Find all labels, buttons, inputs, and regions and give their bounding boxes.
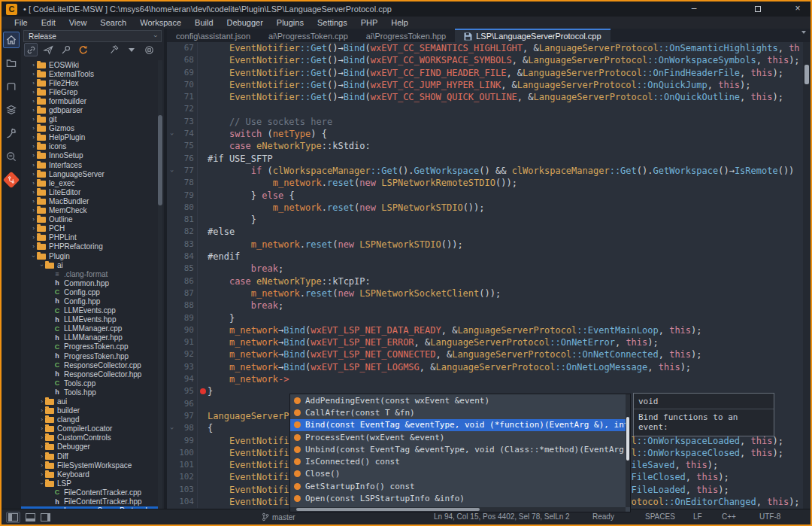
build-config-dropdown[interactable]: Release › xyxy=(23,30,162,42)
tree-item-languageserver[interactable]: ›LanguageServer xyxy=(21,169,158,178)
editor-vscrollbar[interactable] xyxy=(803,42,810,509)
chevron-collapsed-icon[interactable]: › xyxy=(38,462,45,469)
chevron-expanded-icon[interactable]: › xyxy=(30,253,37,260)
tree-item-le_exec[interactable]: ›le_exec xyxy=(21,178,158,187)
code-line[interactable]: 73 // Use sockets here xyxy=(167,116,803,128)
breakpoint-margin[interactable] xyxy=(197,190,208,202)
breakpoint-margin[interactable] xyxy=(197,140,208,152)
autocomplete-item[interactable]: Open(const LSPStartupInfo &info) xyxy=(290,492,630,504)
tree-item-externaltools[interactable]: ›ExternalTools xyxy=(21,69,158,78)
menu-item-view[interactable]: View xyxy=(62,18,94,27)
tree-item-macbundler[interactable]: ›MacBundler xyxy=(21,196,158,205)
chevron-collapsed-icon[interactable]: › xyxy=(38,425,45,432)
code-line[interactable]: 75 case eNetworkType::kStdio: xyxy=(167,140,803,152)
plug-icon[interactable] xyxy=(3,125,20,141)
toggle-sidebar-icon[interactable] xyxy=(6,512,20,523)
tree-item-llmmanager.hpp[interactable]: hLLMManager.hpp xyxy=(21,333,158,342)
breakpoint-margin[interactable] xyxy=(197,410,208,422)
tree-item-filecontenttracker.cpp[interactable]: CFileContentTracker.cpp xyxy=(21,488,158,497)
tree-item-responsecollector.hpp[interactable]: hResponseCollector.hpp xyxy=(21,369,158,379)
breakpoint-margin[interactable] xyxy=(197,287,208,299)
menu-item-file[interactable]: File xyxy=(8,18,35,27)
code-line[interactable]: ›74 switch (netType) { xyxy=(167,128,803,140)
autocomplete-item[interactable]: ProcessEvent(wxEvent &event) xyxy=(290,431,630,443)
breakpoint-margin[interactable] xyxy=(197,165,208,177)
breakpoint-margin[interactable] xyxy=(197,435,208,447)
tree-item-common.hpp[interactable]: hCommon.hpp xyxy=(21,278,158,287)
menu-item-settings[interactable]: Settings xyxy=(311,18,354,27)
chevron-collapsed-icon[interactable]: › xyxy=(30,143,37,150)
tree-item-llmevents.hpp[interactable]: hLLMEvents.hpp xyxy=(21,315,158,324)
code-line[interactable]: 68 EventNotifier::Get()→Bind(wxEVT_CC_WO… xyxy=(167,54,803,66)
folder-icon[interactable] xyxy=(3,55,20,71)
autocomplete-item[interactable]: GetStartupInfo() const xyxy=(290,480,630,492)
tree-item-git[interactable]: ›git xyxy=(21,115,158,124)
minimize-icon[interactable]: – xyxy=(683,2,705,17)
chevron-collapsed-icon[interactable]: › xyxy=(30,180,37,187)
breakpoint-margin[interactable] xyxy=(197,422,208,434)
link-editor-icon[interactable] xyxy=(24,43,38,56)
tree-item-config.cpp[interactable]: CConfig.cpp xyxy=(21,287,158,296)
autocomplete-item[interactable]: IsConnected() const xyxy=(290,455,630,467)
autocomplete-item[interactable]: AddPendingEvent(const wxEvent &event) xyxy=(290,394,630,406)
home-icon[interactable] xyxy=(3,32,20,48)
breakpoint-margin[interactable] xyxy=(197,91,208,103)
breakpoint-margin[interactable] xyxy=(197,226,208,238)
autocomplete-item[interactable]: Unbind(const EventTag &eventType, void (… xyxy=(290,443,630,455)
code-line[interactable]: 84#endif xyxy=(167,251,803,263)
code-line[interactable]: 93 m_network→Bind(wxEVT_LSP_NET_LOGMSG, … xyxy=(167,361,803,373)
cursor-position[interactable]: Ln 94, Col 15, Pos 4402, Sel 78, SelLn 2 xyxy=(434,512,570,521)
breakpoint-margin[interactable] xyxy=(197,361,208,373)
breakpoint-margin[interactable] xyxy=(197,214,208,226)
tree-item-builder[interactable]: ›builder xyxy=(21,406,158,415)
code-line[interactable]: 81 } xyxy=(167,214,803,226)
code-line[interactable]: 90 m_network→Bind(wxEVT_LSP_NET_DATA_REA… xyxy=(167,324,803,336)
breakpoint-margin[interactable] xyxy=(197,251,208,263)
breakpoint-margin[interactable] xyxy=(197,239,208,251)
tree-item-tools.hpp[interactable]: hTools.hpp xyxy=(21,388,158,397)
tree-item-config.hpp[interactable]: hConfig.hpp xyxy=(21,296,158,306)
chevron-collapsed-icon[interactable]: › xyxy=(30,107,37,114)
breakpoint-icon[interactable] xyxy=(197,385,208,397)
code-line[interactable]: 80 m_network.reset(new LSPNetworkSTDIO()… xyxy=(167,202,803,214)
autocomplete-item[interactable]: Bind(const EventTag &eventType, void (*f… xyxy=(290,419,630,431)
menu-item-search[interactable]: Search xyxy=(93,18,133,27)
code-line[interactable]: 83 m_network.reset(new LSPNetworkSTDIO()… xyxy=(167,239,803,251)
tree-item-plugin[interactable]: ›Plugin xyxy=(21,251,158,260)
tree-item-lsp[interactable]: ›LSP xyxy=(21,479,158,488)
breakpoint-margin[interactable] xyxy=(197,54,208,66)
eol-mode[interactable]: LF xyxy=(693,512,702,521)
code-line[interactable]: 86 case eNetworkType::kTcpIP: xyxy=(167,275,803,287)
hammer-icon[interactable] xyxy=(108,43,121,56)
autocomplete-item[interactable]: CallAfter(const T &fn) xyxy=(290,406,630,418)
tree-item-progresstoken.cpp[interactable]: CProgressToken.cpp xyxy=(21,342,158,351)
tab-progresstoken.cpp[interactable]: ai\ProgressToken.cpp xyxy=(259,29,357,42)
chevron-collapsed-icon[interactable]: › xyxy=(30,162,37,169)
wrench-icon[interactable] xyxy=(59,43,72,56)
menu-item-edit[interactable]: Edit xyxy=(35,18,62,27)
tree-item-responsecollector.cpp[interactable]: CResponseCollector.cpp xyxy=(21,360,158,369)
chevron-expanded-icon[interactable]: › xyxy=(38,262,45,269)
code-line[interactable]: 94 m_network-> xyxy=(167,373,803,385)
menu-item-build[interactable]: Build xyxy=(188,18,220,27)
language-mode[interactable]: C++ xyxy=(722,512,736,521)
build-dropdown-arrow-icon[interactable] xyxy=(125,43,138,56)
chevron-collapsed-icon[interactable]: › xyxy=(30,152,37,159)
popup-vscrollbar-thumb[interactable] xyxy=(626,417,629,461)
tree-item-pch[interactable]: ›PCH xyxy=(21,224,158,233)
tree-item-llmevents.cpp[interactable]: CLLMEvents.cpp xyxy=(21,306,158,315)
chevron-collapsed-icon[interactable]: › xyxy=(30,134,37,141)
popup-vscrollbar[interactable] xyxy=(626,394,630,507)
breakpoint-margin[interactable] xyxy=(197,275,208,287)
breakpoint-margin[interactable] xyxy=(197,116,208,128)
code-line[interactable]: 67 EventNotifier::Get()→Bind(wxEVT_CC_SE… xyxy=(167,42,803,54)
tree-item-innosetup[interactable]: ›InnoSetup xyxy=(21,151,158,160)
chevron-collapsed-icon[interactable]: › xyxy=(30,216,37,223)
editor-vscrollbar-thumb[interactable] xyxy=(804,65,809,84)
stop-icon[interactable] xyxy=(142,43,156,56)
tree-item-diff[interactable]: ›Diff xyxy=(21,452,158,461)
refresh-icon[interactable] xyxy=(76,43,89,56)
code-line[interactable]: 82#else xyxy=(167,226,803,238)
breakpoint-margin[interactable] xyxy=(197,447,208,459)
tree-item-aui[interactable]: ›aui xyxy=(21,397,158,406)
